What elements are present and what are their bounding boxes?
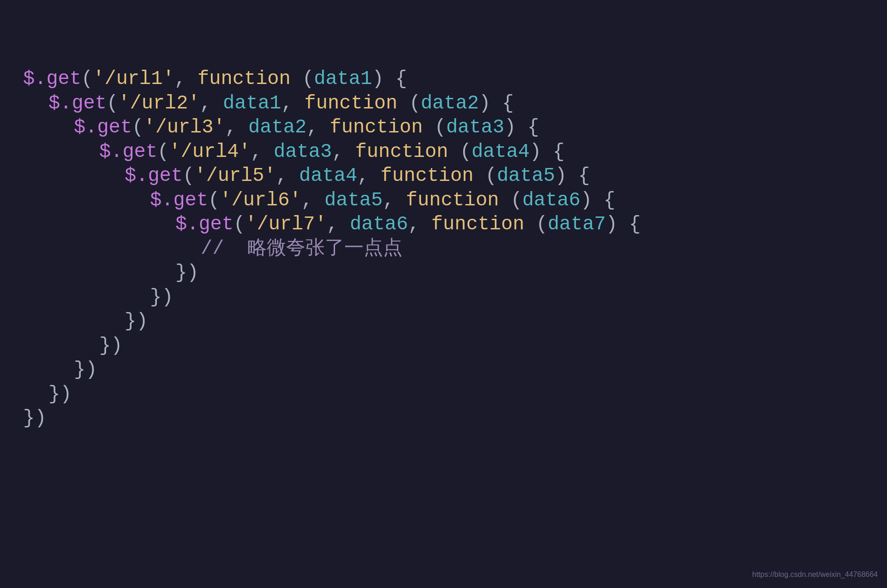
watermark: https://blog.csdn.net/weixin_44768664	[752, 570, 878, 579]
code-line: $.get('/url1', function (data1) {	[23, 67, 864, 91]
fn-keyword-token: function	[198, 68, 291, 90]
paren-token: (	[157, 141, 169, 163]
paren-token: (	[448, 141, 471, 163]
param-token: data6	[522, 189, 581, 211]
fn-keyword-token: function	[406, 189, 499, 211]
fn-keyword-token: function	[330, 116, 423, 138]
closing-token: })	[125, 310, 148, 332]
closing-token: })	[150, 286, 173, 308]
paren-token: (	[183, 165, 194, 187]
fn-keyword-token: function	[381, 165, 474, 187]
brace-token: {	[541, 141, 564, 163]
brace-token: {	[516, 116, 539, 138]
brace-token: {	[592, 189, 615, 211]
code-line: })	[23, 358, 864, 382]
brace-token: {	[384, 68, 407, 90]
code-line: $.get('/url2', data1, function (data2) {	[23, 91, 864, 116]
paren-token: )	[479, 92, 491, 114]
paren-token: )	[606, 213, 617, 235]
dollar-token: $.get	[125, 165, 183, 187]
comma-token: ,	[357, 165, 380, 187]
code-line: })	[23, 382, 864, 407]
dollar-token: $.get	[23, 68, 81, 90]
comma-token: ,	[327, 213, 350, 235]
param-token: data1	[223, 92, 281, 114]
brace-token: {	[567, 165, 590, 187]
param-token: data4	[472, 141, 530, 163]
paren-token: )	[555, 165, 567, 187]
string-token: '/url7'	[245, 213, 326, 235]
string-token: '/url6'	[220, 189, 301, 211]
paren-token: )	[530, 141, 541, 163]
comment-token: // 略微夸张了一点点	[201, 238, 402, 260]
param-token: data1	[314, 68, 372, 90]
comma-token: ,	[408, 213, 431, 235]
comma-token: ,	[174, 68, 198, 90]
string-token: '/url5'	[194, 165, 276, 187]
param-token: data7	[548, 213, 606, 235]
comma-token: ,	[200, 92, 223, 114]
param-token: data3	[274, 141, 332, 163]
code-line: // 略微夸张了一点点	[23, 237, 864, 261]
param-token: data2	[248, 116, 306, 138]
string-token: '/url1'	[93, 68, 174, 90]
code-line: $.get('/url6', data5, function (data6) {	[23, 188, 864, 213]
dollar-token: $.get	[74, 116, 132, 138]
param-token: data5	[497, 165, 555, 187]
dollar-token: $.get	[175, 213, 234, 235]
code-line: $.get('/url4', data3, function (data4) {	[23, 140, 864, 164]
param-token: data3	[446, 116, 504, 138]
string-token: '/url4'	[169, 141, 250, 163]
code-line: })	[23, 261, 864, 285]
paren-token: )	[372, 68, 384, 90]
string-token: '/url3'	[144, 116, 225, 138]
paren-token: (	[107, 92, 118, 114]
paren-token: (	[132, 116, 144, 138]
code-container: $.get('/url1', function (data1) {$.get('…	[0, 0, 887, 588]
dollar-token: $.get	[99, 141, 157, 163]
code-line: })	[23, 309, 864, 334]
comma-token: ,	[301, 189, 324, 211]
closing-token: })	[99, 335, 122, 357]
code-line: $.get('/url7', data6, function (data7) {	[23, 212, 864, 237]
comma-token: ,	[225, 116, 248, 138]
code-line: $.get('/url3', data2, function (data3) {	[23, 115, 864, 140]
code-line: })	[23, 406, 864, 431]
closing-token: })	[23, 407, 46, 429]
dollar-token: $.get	[150, 189, 208, 211]
code-block: $.get('/url1', function (data1) {$.get('…	[23, 18, 864, 431]
comma-token: ,	[281, 92, 304, 114]
param-token: data4	[299, 165, 357, 187]
paren-token: (	[81, 68, 93, 90]
comma-token: ,	[332, 141, 355, 163]
paren-token: (	[397, 92, 420, 114]
param-token: data2	[421, 92, 479, 114]
string-token: '/url2'	[118, 92, 199, 114]
paren-token: (	[473, 165, 497, 187]
paren-token: (	[291, 68, 314, 90]
code-line: })	[23, 334, 864, 358]
fn-keyword-token: function	[355, 141, 449, 163]
comma-token: ,	[276, 165, 299, 187]
comma-token: ,	[251, 141, 274, 163]
paren-token: (	[499, 189, 522, 211]
dollar-token: $.get	[48, 92, 107, 114]
closing-token: })	[48, 383, 72, 405]
fn-keyword-token: function	[305, 92, 398, 114]
closing-token: })	[175, 262, 198, 284]
paren-token: )	[504, 116, 516, 138]
code-line: })	[23, 285, 864, 310]
brace-token: {	[617, 213, 641, 235]
paren-token: (	[208, 189, 220, 211]
param-token: data5	[324, 189, 383, 211]
comma-token: ,	[306, 116, 330, 138]
paren-token: )	[581, 189, 592, 211]
paren-token: (	[423, 116, 446, 138]
closing-token: })	[74, 359, 97, 381]
paren-token: (	[524, 213, 547, 235]
paren-token: (	[234, 213, 245, 235]
fn-keyword-token: function	[432, 213, 525, 235]
brace-token: {	[491, 92, 514, 114]
code-line: $.get('/url5', data4, function (data5) {	[23, 164, 864, 188]
param-token: data6	[350, 213, 408, 235]
